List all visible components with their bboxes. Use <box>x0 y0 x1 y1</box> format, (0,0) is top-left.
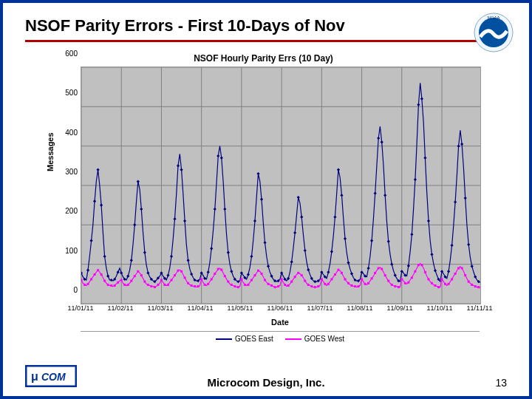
page-title: NSOF Parity Errors - First 10-Days of No… <box>25 16 345 35</box>
svg-rect-37 <box>133 223 136 226</box>
svg-rect-28 <box>103 255 106 258</box>
svg-rect-160 <box>143 281 146 283</box>
svg-rect-195 <box>261 273 263 275</box>
svg-rect-176 <box>197 285 200 287</box>
svg-rect-209 <box>307 284 310 286</box>
svg-rect-158 <box>137 270 139 273</box>
svg-rect-65 <box>227 251 230 254</box>
svg-rect-236 <box>398 286 400 288</box>
svg-rect-218 <box>337 269 339 271</box>
svg-rect-227 <box>367 282 369 284</box>
svg-rect-50 <box>177 164 180 167</box>
svg-rect-244 <box>424 271 426 273</box>
svg-rect-233 <box>387 280 389 282</box>
svg-rect-100 <box>344 237 347 240</box>
legend: GOES EastGOES West <box>81 331 480 343</box>
svg-rect-120 <box>410 233 413 236</box>
svg-rect-240 <box>411 276 413 279</box>
svg-rect-210 <box>310 285 313 287</box>
footer-text: Microcom Design, Inc. <box>3 376 529 389</box>
svg-rect-108 <box>370 239 373 242</box>
svg-rect-201 <box>281 278 283 280</box>
svg-rect-134 <box>457 145 460 148</box>
svg-rect-145 <box>94 273 96 276</box>
svg-rect-25 <box>93 200 96 202</box>
svg-rect-26 <box>96 168 99 171</box>
svg-rect-191 <box>247 284 249 286</box>
slide-frame: NSOF Parity Errors - First 10-Days of No… <box>0 0 532 399</box>
svg-rect-96 <box>330 250 333 253</box>
svg-rect-214 <box>324 283 326 285</box>
svg-rect-257 <box>468 281 470 283</box>
svg-rect-147 <box>100 273 103 276</box>
svg-rect-144 <box>90 278 92 280</box>
svg-rect-142 <box>83 284 86 286</box>
svg-rect-185 <box>227 281 229 283</box>
svg-rect-29 <box>106 275 109 278</box>
svg-rect-54 <box>190 273 193 276</box>
svg-rect-131 <box>447 270 450 273</box>
svg-rect-232 <box>384 274 386 276</box>
svg-rect-162 <box>150 285 152 287</box>
svg-rect-202 <box>284 284 286 286</box>
svg-rect-115 <box>394 273 397 276</box>
svg-rect-200 <box>277 285 279 287</box>
svg-rect-175 <box>194 285 196 287</box>
svg-rect-245 <box>427 278 429 280</box>
svg-rect-163 <box>154 286 156 288</box>
svg-rect-171 <box>180 270 183 273</box>
svg-rect-197 <box>267 283 270 285</box>
svg-rect-136 <box>464 197 467 200</box>
svg-rect-174 <box>191 284 193 287</box>
svg-rect-151 <box>114 284 116 287</box>
svg-rect-234 <box>391 284 393 286</box>
noaa-logo-icon: NOAA <box>473 12 514 56</box>
svg-rect-85 <box>293 231 296 234</box>
svg-rect-226 <box>364 283 366 285</box>
svg-rect-247 <box>434 284 436 287</box>
svg-rect-156 <box>130 280 132 282</box>
svg-rect-49 <box>173 217 176 220</box>
svg-rect-110 <box>377 137 380 140</box>
svg-rect-237 <box>400 278 403 280</box>
svg-rect-154 <box>123 284 126 286</box>
svg-rect-205 <box>294 276 296 278</box>
svg-rect-148 <box>103 280 106 282</box>
svg-rect-30 <box>110 279 113 282</box>
svg-rect-187 <box>233 285 236 287</box>
svg-rect-121 <box>414 178 417 181</box>
svg-rect-47 <box>166 273 169 276</box>
svg-rect-95 <box>327 270 330 273</box>
svg-rect-239 <box>407 282 409 284</box>
svg-rect-159 <box>140 274 143 276</box>
svg-rect-86 <box>297 196 300 199</box>
svg-rect-123 <box>420 98 423 100</box>
svg-rect-27 <box>100 204 103 207</box>
svg-rect-196 <box>264 279 266 282</box>
svg-rect-119 <box>407 265 410 267</box>
svg-rect-101 <box>347 261 349 264</box>
svg-rect-99 <box>340 194 343 197</box>
svg-rect-177 <box>200 278 202 280</box>
svg-rect-125 <box>427 219 430 222</box>
svg-rect-72 <box>250 255 253 258</box>
svg-rect-211 <box>314 286 316 288</box>
svg-rect-91 <box>313 280 316 283</box>
svg-rect-33 <box>120 271 123 274</box>
svg-rect-75 <box>260 198 263 201</box>
svg-rect-168 <box>171 279 173 282</box>
svg-rect-141 <box>81 279 83 282</box>
svg-rect-155 <box>127 284 129 286</box>
svg-rect-217 <box>334 273 336 276</box>
svg-rect-229 <box>374 272 376 274</box>
svg-rect-146 <box>97 269 99 271</box>
svg-rect-253 <box>454 273 457 275</box>
svg-rect-184 <box>224 275 226 277</box>
svg-rect-172 <box>184 276 186 279</box>
svg-rect-203 <box>287 284 290 287</box>
svg-rect-206 <box>297 272 299 274</box>
page-number: 13 <box>495 377 507 389</box>
header: NSOF Parity Errors - First 10-Days of No… <box>3 3 529 35</box>
svg-rect-126 <box>430 253 433 256</box>
svg-rect-111 <box>381 140 383 143</box>
